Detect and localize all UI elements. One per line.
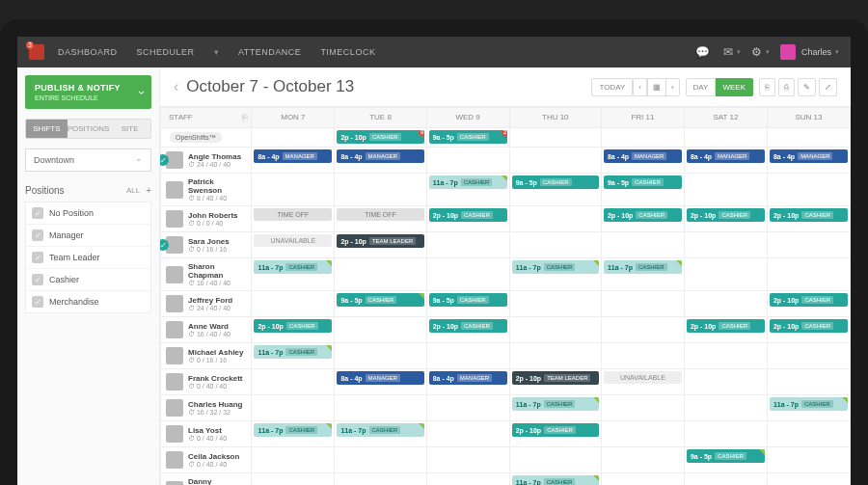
openshifts-cell[interactable]: OpenShifts™ — [161, 128, 252, 148]
shift-block[interactable]: 11a - 7pCASHIER — [337, 423, 423, 437]
day-cell[interactable] — [601, 447, 684, 473]
day-cell[interactable]: 8a - 4pMANAGER — [426, 369, 509, 395]
copy-staff-icon[interactable]: ⎘ — [242, 113, 247, 122]
day-cell[interactable] — [335, 174, 426, 206]
staff-cell[interactable]: Danny Williamson⏱ 0 / 40 / 40 — [161, 473, 252, 486]
shift-block[interactable]: 2p - 10pCASHIER — [770, 208, 848, 222]
shift-block[interactable]: 2p - 10pTEAM LEADER — [337, 234, 423, 248]
app-logo[interactable] — [29, 44, 44, 60]
day-cell[interactable]: 2p - 10pCASHIER9 — [335, 128, 426, 148]
shift-block[interactable]: 11a - 7pCASHIER — [429, 175, 507, 189]
shift-block[interactable]: 11a - 7pCASHIER — [512, 475, 599, 485]
copy-icon[interactable]: ⎘ — [759, 78, 775, 96]
day-cell[interactable]: 11a - 7pCASHIER — [767, 395, 850, 421]
day-cell[interactable] — [601, 421, 684, 447]
day-cell[interactable] — [684, 291, 767, 317]
tools-icon[interactable]: ✎ — [798, 78, 816, 96]
staff-cell[interactable]: Patrick Swenson⏱ 8 / 40 / 40 — [161, 174, 252, 206]
day-cell[interactable] — [767, 343, 850, 369]
day-cell[interactable]: 2p - 10pCASHIER — [601, 206, 684, 232]
day-cell[interactable] — [426, 421, 509, 447]
shift-block[interactable]: 8a - 4pMANAGER — [429, 371, 507, 385]
day-cell[interactable]: 9a - 5pCASHIER2 — [426, 128, 509, 148]
day-cell[interactable] — [509, 291, 601, 317]
day-cell[interactable] — [684, 473, 767, 486]
day-cell[interactable] — [684, 343, 767, 369]
day-cell[interactable] — [601, 317, 684, 343]
day-cell[interactable] — [767, 174, 850, 206]
user-name[interactable]: Charles — [801, 47, 831, 57]
day-cell[interactable]: 2p - 10pCASHIER — [684, 317, 767, 343]
day-cell[interactable] — [335, 473, 426, 486]
shift-block[interactable]: 8a - 4pMANAGER — [254, 149, 332, 163]
day-cell[interactable]: 8a - 4pMANAGER — [335, 369, 426, 395]
day-cell[interactable] — [426, 447, 509, 473]
prev-icon[interactable]: ‹ — [174, 78, 178, 95]
shift-block[interactable]: 11a - 7pCASHIER — [512, 260, 599, 274]
position-item[interactable]: ✓Manager — [26, 225, 150, 247]
day-cell[interactable] — [252, 291, 335, 317]
staff-cell[interactable]: Lisa Yost⏱ 0 / 40 / 40 — [161, 421, 252, 447]
nav-scheduler-menu[interactable]: ▾ — [214, 47, 220, 57]
staff-cell[interactable]: Charles Huang⏱ 16 / 32 / 32 — [161, 395, 252, 421]
day-button[interactable]: DAY — [686, 78, 717, 96]
week-button[interactable]: WEEK — [716, 78, 753, 96]
day-cell[interactable] — [767, 447, 850, 473]
shift-timeoff[interactable]: TIME OFF — [254, 208, 332, 221]
shift-block[interactable]: 2p - 10pCASHIER — [429, 319, 507, 333]
location-select[interactable]: Downtown — [25, 148, 151, 172]
day-cell[interactable]: 8a - 4pMANAGER — [767, 148, 850, 174]
day-cell[interactable] — [252, 174, 335, 206]
day-cell[interactable] — [601, 395, 684, 421]
staff-cell[interactable]: Anne Ward⏱ 16 / 40 / 40 — [161, 317, 252, 343]
inbox-icon[interactable]: ✉▾ — [720, 40, 744, 64]
day-cell[interactable] — [509, 447, 601, 473]
day-cell[interactable] — [684, 258, 767, 291]
prev-week-icon[interactable]: ‹ — [633, 78, 647, 96]
day-cell[interactable]: 11a - 7pCASHIER — [426, 174, 509, 206]
day-cell[interactable] — [252, 128, 335, 148]
day-cell[interactable]: 2p - 10pCASHIER — [426, 206, 509, 232]
day-cell[interactable]: 2p - 10pCASHIER — [767, 317, 850, 343]
day-cell[interactable] — [335, 258, 426, 291]
day-cell[interactable] — [509, 317, 601, 343]
day-cell[interactable] — [767, 369, 850, 395]
shift-block[interactable]: 11a - 7pCASHIER — [254, 260, 332, 274]
publish-button[interactable]: PUBLISH & NOTIFY ENTIRE SCHEDULE — [25, 75, 151, 109]
checkbox-icon[interactable]: ✓ — [32, 252, 43, 263]
add-position-icon[interactable]: + — [146, 185, 151, 196]
shift-unavailable[interactable]: UNAVAILABLE — [254, 234, 332, 247]
day-cell[interactable] — [601, 473, 684, 486]
shift-block[interactable]: 11a - 7pCASHIER — [254, 423, 332, 437]
shift-block[interactable]: 2p - 10pCASHIER — [604, 208, 682, 222]
day-cell[interactable]: 9a - 5pCASHIER — [335, 291, 426, 317]
day-cell[interactable]: UNAVAILABLE — [601, 369, 684, 395]
day-cell[interactable] — [335, 317, 426, 343]
day-cell[interactable]: 8a - 4pMANAGER — [335, 148, 426, 174]
staff-cell[interactable]: John Roberts⏱ 0 / 0 / 40 — [161, 206, 252, 232]
nav-dashboard[interactable]: DASHBOARD — [58, 47, 118, 57]
tab-site[interactable]: SITE — [109, 120, 150, 138]
checkbox-icon[interactable]: ✓ — [32, 229, 43, 241]
shift-block[interactable]: 8a - 4pMANAGER — [337, 149, 423, 163]
shift-block[interactable]: 9a - 5pCASHIER2 — [429, 130, 507, 144]
position-item[interactable]: ✓Merchandise — [26, 291, 150, 312]
staff-cell[interactable]: ✓Angie Thomas⏱ 24 / 40 / 40 — [161, 148, 252, 174]
day-cell[interactable]: 2p - 10pCASHIER — [684, 206, 767, 232]
shift-block[interactable]: 8a - 4pMANAGER — [770, 149, 848, 163]
day-cell[interactable] — [509, 206, 601, 232]
shift-timeoff[interactable]: TIME OFF — [337, 208, 423, 221]
staff-cell[interactable]: Ceila Jackson⏱ 0 / 40 / 40 — [161, 447, 252, 473]
day-cell[interactable] — [426, 148, 509, 174]
day-cell[interactable] — [684, 232, 767, 258]
shift-block[interactable]: 2p - 10pCASHIER — [512, 423, 599, 437]
nav-timeclock[interactable]: TIMECLOCK — [320, 47, 375, 57]
day-cell[interactable]: UNAVAILABLE — [252, 232, 335, 258]
shift-block[interactable]: 2p - 10pCASHIER9 — [337, 130, 423, 144]
day-cell[interactable]: 2p - 10pTEAM LEADER — [509, 369, 601, 395]
day-cell[interactable] — [767, 232, 850, 258]
day-cell[interactable] — [426, 343, 509, 369]
day-cell[interactable] — [335, 343, 426, 369]
day-cell[interactable]: 11a - 7pCASHIER — [509, 395, 601, 421]
checkbox-icon[interactable]: ✓ — [32, 296, 43, 308]
